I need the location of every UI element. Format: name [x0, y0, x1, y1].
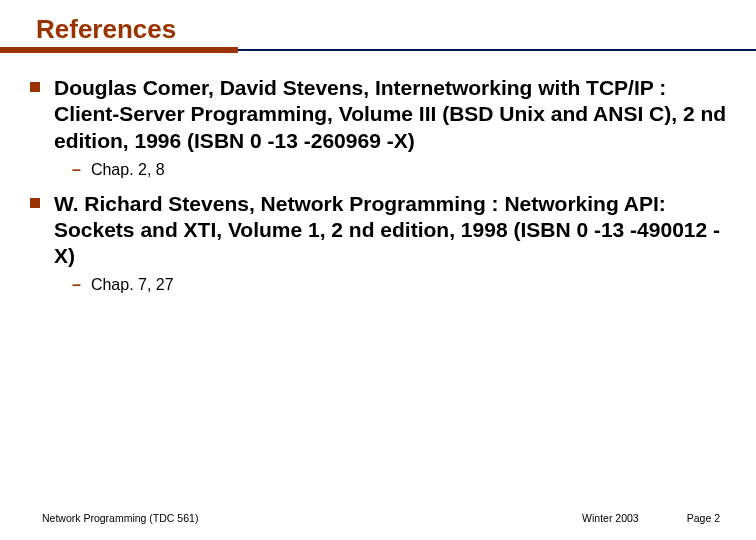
slide-title: References — [28, 14, 728, 47]
dash-bullet-icon: – — [72, 160, 81, 181]
content-area: Douglas Comer, David Stevens, Internetwo… — [28, 75, 728, 296]
reference-subtext: Chap. 7, 27 — [91, 275, 174, 296]
square-bullet-icon — [30, 82, 40, 92]
footer-right-group: Winter 2003 Page 2 — [582, 512, 720, 524]
square-bullet-icon — [30, 198, 40, 208]
reference-text: Douglas Comer, David Stevens, Internetwo… — [54, 75, 728, 154]
dash-bullet-icon: – — [72, 275, 81, 296]
title-rule — [28, 49, 728, 59]
slide-footer: Network Programming (TDC 561) Winter 200… — [0, 512, 756, 524]
rule-thick — [0, 47, 238, 53]
footer-term: Winter 2003 — [582, 512, 639, 524]
reference-subtext: Chap. 2, 8 — [91, 160, 165, 181]
slide: References Douglas Comer, David Stevens,… — [0, 0, 756, 540]
footer-page: Page 2 — [687, 512, 720, 524]
reference-item: Douglas Comer, David Stevens, Internetwo… — [30, 75, 728, 154]
reference-subitem: – Chap. 2, 8 — [72, 160, 728, 181]
reference-item: W. Richard Stevens, Network Programming … — [30, 191, 728, 270]
reference-text: W. Richard Stevens, Network Programming … — [54, 191, 728, 270]
reference-subitem: – Chap. 7, 27 — [72, 275, 728, 296]
footer-left: Network Programming (TDC 561) — [42, 512, 198, 524]
